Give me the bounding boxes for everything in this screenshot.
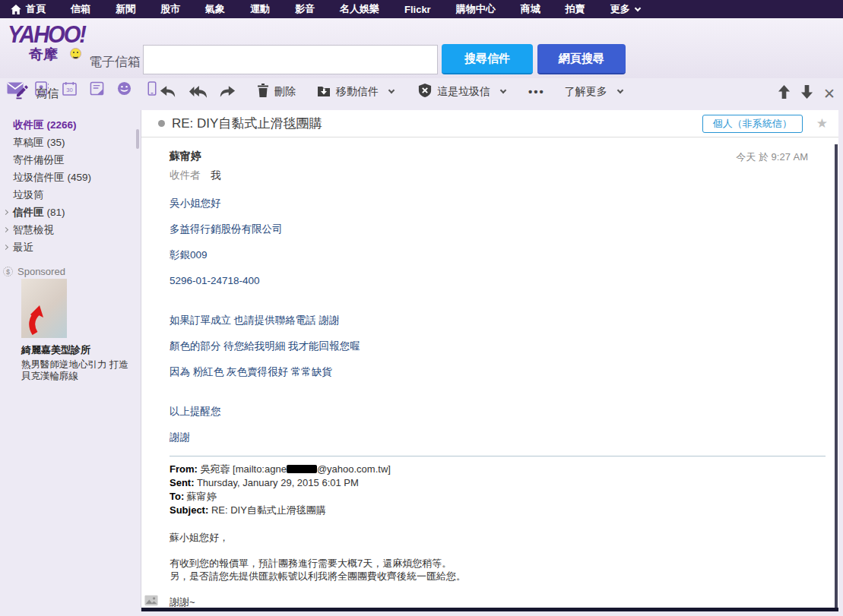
chevron-down-icon — [500, 87, 506, 93]
spam-shield-icon — [418, 84, 432, 100]
product-name: 電子信箱 — [89, 53, 141, 71]
smiley-icon — [70, 48, 81, 59]
message-header: 蘇甯婷 今天 於 9:27 AM 收件者 我 — [141, 138, 838, 196]
nav-item-mall[interactable]: 商城 — [521, 2, 540, 16]
to-label: 收件者 — [170, 169, 201, 181]
home-icon — [11, 5, 21, 14]
nav-item-stocks[interactable]: 股市 — [160, 2, 180, 16]
sidebar-item-recent[interactable]: 最近 — [0, 239, 141, 256]
sidebar-item-spam[interactable]: 垃圾信件匣(459) — [0, 169, 141, 186]
reply-all-button[interactable] — [189, 85, 207, 98]
chevron-down-icon — [634, 5, 640, 11]
nav-item-weather[interactable]: 氣象 — [205, 2, 225, 16]
sidebar-item-folders[interactable]: 信件匣(81) — [0, 204, 141, 221]
body-line-blank — [170, 390, 823, 404]
chevron-right-icon — [3, 245, 8, 250]
yahoo-mail-app: 首頁 信箱 新聞 股市 氣象 運動 影音 名人娛樂 Flickr 購物中心 商城… — [0, 0, 843, 616]
nav-item-celebrity[interactable]: 名人娛樂 — [340, 2, 379, 16]
body-line: 謝謝 — [170, 430, 823, 456]
nav-item-more[interactable]: 更多 — [610, 2, 640, 16]
nav-item-flickr[interactable]: Flickr — [404, 4, 431, 15]
body-line: 如果訂單成立 也請提供聯絡電話 謝謝 — [170, 313, 823, 339]
spam-button[interactable]: 這是垃圾信 — [418, 84, 505, 100]
quote-line-blank — [170, 544, 823, 557]
chevron-right-icon — [3, 227, 8, 232]
body-line: 以上提醒您 — [170, 404, 823, 430]
pencil-icon — [14, 84, 29, 103]
delete-button[interactable]: 刪除 — [257, 84, 296, 100]
chevron-down-icon — [388, 87, 395, 93]
learn-more-button[interactable]: 了解更多 — [565, 85, 623, 99]
quote-line: 蘇小姐您好， — [170, 531, 823, 544]
reply-button[interactable] — [160, 85, 176, 98]
sidebar-item-trash[interactable]: 垃圾筒 — [0, 186, 141, 204]
quote-line: 有收到您的報價單，預計團務進行需要大概7天，還麻煩您稍等。 — [170, 557, 823, 570]
body-line: 吳小姐您好 — [170, 196, 823, 222]
unread-bullet-icon — [158, 120, 165, 127]
compose-label: 寫信 — [36, 87, 59, 101]
sponsored-ad[interactable]: 綺麗嘉美型診所 熟男醫師逆地心引力 打造貝克漢輪廓線 — [21, 279, 135, 382]
sidebar-item-drafts[interactable]: 草稿匣(35) — [0, 134, 141, 151]
red-arrow-graphic — [23, 300, 49, 335]
quoted-body: 蘇小姐您好， 有收到您的報價單，預計團務進行需要大概7天，還麻煩您稍等。 另，是… — [170, 531, 823, 608]
body-line: 5296-01-24718-400 — [170, 273, 823, 299]
body-line: 多益得行銷股份有限公司 — [170, 222, 823, 248]
forward-button[interactable] — [219, 85, 236, 98]
move-folder-icon — [317, 84, 331, 100]
subject-row: RE: DIY自黏式止滑毯團購 個人（非系統信） ★ — [141, 110, 838, 137]
nav-item-shopping[interactable]: 購物中心 — [456, 2, 496, 16]
sponsored-icon: $ — [3, 267, 13, 276]
ad-title: 綺麗嘉美型診所 — [21, 343, 135, 357]
nav-item-sports[interactable]: 運動 — [250, 2, 270, 16]
sponsored-label: Sponsored — [17, 266, 65, 277]
redaction-bar — [287, 465, 317, 473]
nav-item-auction[interactable]: 拍賣 — [566, 2, 585, 16]
sidebar-item-inbox[interactable]: 收件匣(2266) — [0, 116, 141, 134]
message-scrollbar[interactable] — [835, 144, 838, 611]
quote-line: 另，是否請您先提供匯款帳號以利我將全團團費收齊後統一匯給您。 — [170, 570, 823, 583]
message-panel: RE: DIY自黏式止滑毯團購 個人（非系統信） ★ 蘇甯婷 今天 於 9:27… — [141, 110, 838, 611]
nav-item-news[interactable]: 新聞 — [116, 2, 135, 16]
web-search-button[interactable]: 網頁搜尋 — [537, 44, 626, 74]
nav-item-mail[interactable]: 信箱 — [71, 2, 90, 16]
message-date: 今天 於 9:27 AM — [736, 150, 808, 164]
trash-icon — [257, 84, 269, 100]
sidebar-scrollbar[interactable] — [136, 129, 139, 149]
more-actions-button[interactable]: ••• — [528, 85, 545, 98]
quote-divider — [170, 456, 826, 456]
next-message-button[interactable] — [800, 85, 813, 102]
quote-line: 謝謝~ — [170, 595, 823, 608]
message-bottom-bar — [141, 608, 838, 611]
ad-description: 熟男醫師逆地心引力 打造貝克漢輪廓線 — [21, 359, 134, 382]
star-icon[interactable]: ★ — [816, 115, 828, 131]
close-message-button[interactable]: ✕ — [823, 87, 835, 101]
yahoo-kimo-text: 奇摩 — [29, 46, 58, 62]
sender-name: 蘇甯婷 — [170, 150, 201, 163]
sidebar-item-sent[interactable]: 寄件備份匣 — [0, 151, 141, 169]
search-mail-button[interactable]: 搜尋信件 — [442, 44, 533, 74]
nav-item-video[interactable]: 影音 — [295, 2, 315, 16]
folder-sidebar: 收件匣(2266) 草稿匣(35) 寄件備份匣 垃圾信件匣(459) 垃圾筒 信… — [0, 110, 141, 616]
message-body: 吳小姐您好 多益得行銷股份有限公司 彰銀009 5296-01-24718-40… — [170, 196, 823, 608]
compose-button[interactable]: 寫信 — [14, 84, 59, 103]
top-navigation: 首頁 信箱 新聞 股市 氣象 運動 影音 名人娛樂 Flickr 購物中心 商城… — [0, 0, 843, 18]
sidebar-item-smartviews[interactable]: 智慧檢視 — [0, 221, 141, 239]
nav-item-home[interactable]: 首頁 — [11, 2, 46, 16]
nav-item-label: 首頁 — [26, 2, 46, 16]
search-input[interactable] — [143, 45, 438, 74]
body-line-blank — [170, 299, 823, 313]
quote-line-blank — [170, 583, 823, 595]
header: YAHOO! 奇摩 電子信箱 搜尋信件 網頁搜尋 30 — [0, 18, 843, 78]
yahoo-logo[interactable]: YAHOO! 奇摩 — [8, 23, 91, 65]
category-badge[interactable]: 個人（非系統信） — [702, 115, 803, 133]
previous-message-button[interactable] — [778, 85, 791, 102]
to-value: 我 — [211, 169, 221, 181]
ad-image — [21, 279, 67, 338]
move-mail-button[interactable]: 移動信件 — [317, 84, 394, 100]
message-subject: RE: DIY自黏式止滑毯團購 — [172, 115, 702, 132]
body-line: 彰銀009 — [170, 248, 823, 273]
chevron-right-icon — [3, 210, 8, 215]
body-line: 顏色的部分 待您給我明細 我才能回報您喔 — [170, 339, 823, 365]
chevron-down-icon — [617, 87, 623, 93]
quoted-header: From: 吳宛蓉 [mailto:agne@yahoo.com.tw] Sen… — [170, 463, 823, 517]
